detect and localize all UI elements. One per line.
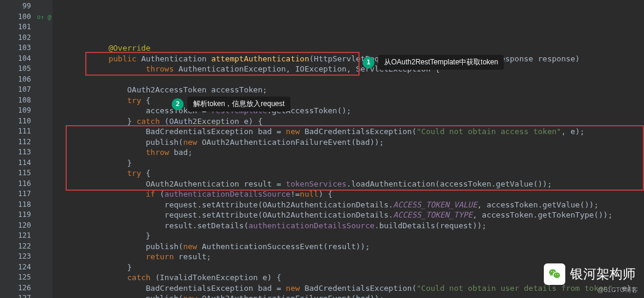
code-line[interactable]: result.setDetails(authenticationDetailsS… bbox=[52, 221, 644, 231]
line-number: 114 bbox=[0, 158, 31, 169]
line-number: 126 bbox=[0, 283, 31, 294]
gutter-icon-slot bbox=[36, 221, 52, 231]
line-number: 123 bbox=[0, 252, 31, 262]
line-number: 113 bbox=[0, 147, 31, 158]
line-number: 115 bbox=[0, 168, 31, 179]
line-number: 111 bbox=[0, 126, 31, 137]
line-number: 125 bbox=[0, 272, 31, 283]
line-number: 118 bbox=[0, 200, 31, 210]
line-number: 124 bbox=[0, 262, 31, 273]
gutter-icon-slot bbox=[36, 54, 52, 64]
line-number-gutter: 9910010110210310410510610710810911011111… bbox=[0, 0, 36, 298]
gutter-icon-slot bbox=[36, 231, 52, 241]
line-number: 106 bbox=[0, 74, 31, 85]
code-line[interactable]: @Override bbox=[52, 43, 644, 54]
gutter-icon-slot bbox=[36, 33, 52, 44]
line-number: 117 bbox=[0, 189, 31, 200]
code-line[interactable]: request.setAttribute(OAuth2Authenticatio… bbox=[52, 200, 644, 210]
callout-number-badge: 1 bbox=[363, 57, 374, 69]
code-line[interactable]: throws AuthenticationException, IOExcept… bbox=[52, 64, 644, 74]
code-line[interactable] bbox=[52, 74, 644, 85]
line-number: 112 bbox=[0, 137, 31, 148]
brand-badge: 银河架构师 bbox=[544, 263, 636, 285]
gutter-icon-slot bbox=[36, 168, 52, 179]
gutter-icon-slot bbox=[36, 147, 52, 158]
line-number: 100 bbox=[0, 12, 31, 23]
gutter-icon-slot bbox=[36, 116, 52, 127]
line-number: 107 bbox=[0, 85, 31, 95]
code-line[interactable]: OAuth2AccessToken accessToken; bbox=[52, 85, 644, 95]
line-number: 102 bbox=[0, 33, 31, 44]
code-line[interactable]: try { bbox=[52, 95, 644, 106]
gutter-icon-slot bbox=[36, 200, 52, 210]
code-line[interactable]: } bbox=[52, 231, 644, 241]
code-line[interactable]: } bbox=[52, 158, 644, 169]
code-line[interactable]: publish(new OAuth2AuthenticationFailureE… bbox=[52, 293, 644, 298]
line-number: 108 bbox=[0, 95, 31, 106]
annotation-callout: 2解析token，信息放入request bbox=[172, 97, 290, 111]
line-number: 116 bbox=[0, 179, 31, 190]
code-line[interactable]: try { bbox=[52, 168, 644, 179]
code-line[interactable]: if (authenticationDetailsSource!=null) { bbox=[52, 189, 644, 200]
gutter-icon-slot bbox=[36, 137, 52, 148]
line-number: 119 bbox=[0, 210, 31, 221]
gutter-icon-slot bbox=[36, 241, 52, 252]
code-line[interactable]: accessToken = restTemplate.getAccessToke… bbox=[52, 105, 644, 116]
gutter-icon-slot bbox=[36, 1, 52, 12]
code-area[interactable]: @Override public Authentication attemptA… bbox=[52, 0, 644, 298]
code-line[interactable]: } catch (OAuth2Exception e) { bbox=[52, 116, 644, 127]
code-editor[interactable]: 9910010110210310410510610710810911011111… bbox=[0, 0, 644, 298]
watermark-text: @51CTO博客 bbox=[597, 285, 638, 294]
annotation-callout: 1从OAuth2RestTemplate中获取token bbox=[363, 55, 504, 70]
code-line[interactable]: request.setAttribute(OAuth2Authenticatio… bbox=[52, 210, 644, 221]
gutter-icon-slot bbox=[36, 64, 52, 74]
line-number: 110 bbox=[0, 116, 31, 127]
gutter-icon-slot bbox=[36, 179, 52, 190]
gutter-icon-slot bbox=[36, 158, 52, 169]
callout-text: 解析token，信息放入request bbox=[187, 97, 290, 111]
gutter-icon-slot bbox=[36, 74, 52, 85]
code-line[interactable]: BadCredentialsException bad = new BadCre… bbox=[52, 126, 644, 137]
line-number: 121 bbox=[0, 231, 31, 241]
line-number: 109 bbox=[0, 105, 31, 116]
code-line[interactable]: publish(new OAuth2AuthenticationFailureE… bbox=[52, 137, 644, 148]
gutter-icon-slot bbox=[36, 95, 52, 106]
code-line[interactable]: throw bad; bbox=[52, 147, 644, 158]
wechat-icon bbox=[544, 263, 565, 285]
gutter-icon-slot bbox=[36, 43, 52, 54]
gutter-icon-slot bbox=[36, 252, 52, 262]
line-number: 127 bbox=[0, 293, 31, 298]
gutter-icon-slot bbox=[36, 126, 52, 137]
gutter-icon-slot bbox=[36, 262, 52, 273]
line-number: 122 bbox=[0, 241, 31, 252]
line-number: 103 bbox=[0, 43, 31, 54]
gutter-icon-slot bbox=[36, 272, 52, 283]
gutter-icon-slot bbox=[36, 293, 52, 298]
gutter-icon-slot bbox=[36, 85, 52, 95]
gutter-icon-slot bbox=[36, 210, 52, 221]
line-number: 120 bbox=[0, 221, 31, 231]
line-number: 104 bbox=[0, 54, 31, 64]
line-number: 105 bbox=[0, 64, 31, 74]
code-line[interactable]: return result; bbox=[52, 252, 644, 262]
code-line[interactable]: OAuth2Authentication result = tokenServi… bbox=[52, 179, 644, 190]
line-number: 99 bbox=[0, 1, 31, 12]
gutter-icon-column: o↑ @ bbox=[36, 0, 52, 298]
override-gutter-icon: o↑ @ bbox=[36, 12, 52, 23]
gutter-icon-slot bbox=[36, 105, 52, 116]
callout-number-badge: 2 bbox=[172, 98, 184, 110]
callout-text: 从OAuth2RestTemplate中获取token bbox=[378, 55, 504, 70]
code-line[interactable]: publish(new AuthenticationSuccessEvent(r… bbox=[52, 241, 644, 252]
brand-text: 银河架构师 bbox=[570, 265, 636, 283]
gutter-icon-slot bbox=[36, 283, 52, 294]
gutter-icon-slot bbox=[36, 22, 52, 33]
gutter-icon-slot bbox=[36, 189, 52, 200]
code-line[interactable]: public Authentication attemptAuthenticat… bbox=[52, 54, 644, 64]
line-number: 101 bbox=[0, 22, 31, 33]
